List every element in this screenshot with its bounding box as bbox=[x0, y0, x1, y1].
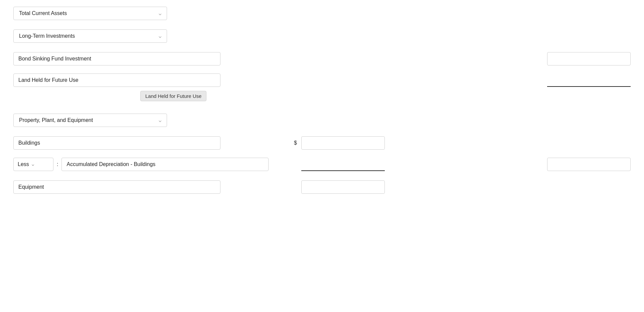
total-current-assets-row: Total Current Assets ⌵ bbox=[13, 7, 631, 20]
buildings-value-input[interactable] bbox=[301, 136, 385, 150]
less-accumulated-row: Less ⌵ : bbox=[13, 158, 631, 171]
land-held-row: Land Held for Future Use bbox=[13, 73, 631, 87]
land-held-right-input[interactable] bbox=[547, 73, 631, 87]
long-term-investments-chevron-icon: ⌵ bbox=[159, 33, 161, 39]
land-held-input[interactable] bbox=[13, 73, 220, 87]
equipment-input[interactable] bbox=[13, 180, 220, 194]
accumulated-depreciation-input[interactable] bbox=[61, 158, 269, 171]
bond-sinking-input[interactable] bbox=[13, 52, 220, 65]
total-current-assets-label: Total Current Assets bbox=[19, 10, 67, 16]
page-wrapper: Total Current Assets ⌵ Long-Term Investm… bbox=[0, 0, 644, 312]
bond-sinking-right-input[interactable] bbox=[547, 52, 631, 65]
equipment-row bbox=[13, 180, 631, 194]
total-current-assets-dropdown[interactable]: Total Current Assets ⌵ bbox=[13, 7, 167, 20]
land-held-tooltip: Land Held for Future Use bbox=[140, 91, 206, 101]
equipment-value-input[interactable] bbox=[301, 180, 385, 194]
property-plant-dropdown[interactable]: Property, Plant, and Equipment ⌵ bbox=[13, 114, 167, 127]
long-term-investments-row: Long-Term Investments ⌵ bbox=[13, 29, 631, 43]
long-term-investments-dropdown[interactable]: Long-Term Investments ⌵ bbox=[13, 29, 167, 43]
buildings-row: $ bbox=[13, 136, 631, 150]
less-dropdown[interactable]: Less ⌵ bbox=[13, 158, 53, 171]
property-plant-chevron-icon: ⌵ bbox=[159, 118, 161, 123]
total-current-assets-chevron-icon: ⌵ bbox=[159, 11, 161, 16]
less-chevron-icon: ⌵ bbox=[32, 162, 34, 167]
property-plant-label: Property, Plant, and Equipment bbox=[19, 117, 93, 123]
bond-sinking-row bbox=[13, 52, 631, 65]
less-label: Less bbox=[18, 161, 29, 167]
buildings-currency-symbol: $ bbox=[294, 140, 297, 146]
buildings-input[interactable] bbox=[13, 136, 220, 150]
colon-separator: : bbox=[57, 161, 58, 167]
long-term-investments-label: Long-Term Investments bbox=[19, 33, 75, 39]
property-plant-row: Property, Plant, and Equipment ⌵ bbox=[13, 114, 631, 127]
accumulated-depreciation-center-input[interactable] bbox=[301, 158, 385, 171]
accumulated-depreciation-right-input[interactable] bbox=[547, 158, 631, 171]
